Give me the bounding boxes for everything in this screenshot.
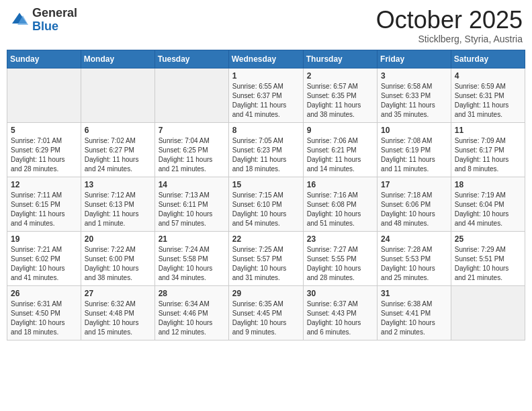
day-number: 19 <box>11 234 77 244</box>
calendar-cell: 2Sunrise: 6:57 AMSunset: 6:35 PMDaylight… <box>303 68 377 122</box>
calendar-cell: 12Sunrise: 7:11 AMSunset: 6:15 PMDayligh… <box>7 177 81 231</box>
calendar-cell: 14Sunrise: 7:13 AMSunset: 6:11 PMDayligh… <box>154 177 228 231</box>
day-header-wednesday: Wednesday <box>228 50 303 68</box>
day-number: 5 <box>11 126 77 135</box>
day-number: 2 <box>307 71 373 81</box>
day-number: 27 <box>85 289 151 298</box>
days-row: SundayMondayTuesdayWednesdayThursdayFrid… <box>7 50 525 68</box>
calendar-cell <box>81 68 154 122</box>
day-number: 14 <box>159 180 225 189</box>
logo-general: General <box>32 7 77 20</box>
calendar-cell: 24Sunrise: 7:28 AMSunset: 5:53 PMDayligh… <box>378 231 451 285</box>
logo-blue: Blue <box>32 20 77 34</box>
calendar-cell: 25Sunrise: 7:29 AMSunset: 5:51 PMDayligh… <box>451 231 525 285</box>
day-number: 25 <box>455 234 521 244</box>
day-number: 31 <box>381 289 447 298</box>
calendar-cell: 3Sunrise: 6:58 AMSunset: 6:33 PMDaylight… <box>378 68 451 122</box>
title-block: October 2025 Sticklberg, Styria, Austria <box>376 7 523 44</box>
calendar-cell <box>451 285 525 340</box>
day-info: Sunrise: 7:02 AMSunset: 6:27 PMDaylight:… <box>85 136 151 174</box>
day-number: 11 <box>455 126 521 135</box>
day-info: Sunrise: 7:24 AMSunset: 5:58 PMDaylight:… <box>159 245 225 283</box>
day-number: 23 <box>307 234 373 244</box>
day-number: 13 <box>85 180 151 189</box>
calendar-cell: 6Sunrise: 7:02 AMSunset: 6:27 PMDaylight… <box>81 122 154 177</box>
day-info: Sunrise: 7:27 AMSunset: 5:55 PMDaylight:… <box>307 245 373 283</box>
day-number: 3 <box>381 71 447 81</box>
calendar-cell: 19Sunrise: 7:21 AMSunset: 6:02 PMDayligh… <box>7 231 81 285</box>
calendar-cell: 30Sunrise: 6:37 AMSunset: 4:43 PMDayligh… <box>303 285 377 340</box>
day-info: Sunrise: 7:08 AMSunset: 6:19 PMDaylight:… <box>381 136 447 174</box>
calendar-cell: 21Sunrise: 7:24 AMSunset: 5:58 PMDayligh… <box>154 231 228 285</box>
day-number: 17 <box>381 180 447 189</box>
day-number: 15 <box>232 180 300 189</box>
day-info: Sunrise: 6:35 AMSunset: 4:45 PMDaylight:… <box>232 300 300 337</box>
week-row-1: 1Sunrise: 6:55 AMSunset: 6:37 PMDaylight… <box>7 68 525 122</box>
calendar-cell: 23Sunrise: 7:27 AMSunset: 5:55 PMDayligh… <box>303 231 377 285</box>
calendar-cell: 15Sunrise: 7:15 AMSunset: 6:10 PMDayligh… <box>228 177 303 231</box>
day-header-monday: Monday <box>81 50 154 68</box>
calendar-cell: 4Sunrise: 6:59 AMSunset: 6:31 PMDaylight… <box>451 68 525 122</box>
day-number: 26 <box>11 289 77 298</box>
calendar-cell: 18Sunrise: 7:19 AMSunset: 6:04 PMDayligh… <box>451 177 525 231</box>
calendar-cell: 11Sunrise: 7:09 AMSunset: 6:17 PMDayligh… <box>451 122 525 177</box>
calendar-body: 1Sunrise: 6:55 AMSunset: 6:37 PMDaylight… <box>7 68 525 340</box>
day-info: Sunrise: 6:55 AMSunset: 6:37 PMDaylight:… <box>232 82 300 120</box>
calendar-cell: 10Sunrise: 7:08 AMSunset: 6:19 PMDayligh… <box>378 122 451 177</box>
calendar-cell <box>7 68 81 122</box>
calendar-cell: 7Sunrise: 7:04 AMSunset: 6:25 PMDaylight… <box>154 122 228 177</box>
day-info: Sunrise: 7:13 AMSunset: 6:11 PMDaylight:… <box>159 191 225 228</box>
day-header-friday: Friday <box>378 50 451 68</box>
day-info: Sunrise: 7:09 AMSunset: 6:17 PMDaylight:… <box>455 136 521 174</box>
week-row-2: 5Sunrise: 7:01 AMSunset: 6:29 PMDaylight… <box>7 122 525 177</box>
day-header-tuesday: Tuesday <box>154 50 228 68</box>
calendar-cell: 17Sunrise: 7:18 AMSunset: 6:06 PMDayligh… <box>378 177 451 231</box>
day-number: 29 <box>232 289 300 298</box>
day-header-saturday: Saturday <box>451 50 525 68</box>
day-info: Sunrise: 6:38 AMSunset: 4:41 PMDaylight:… <box>381 300 447 337</box>
calendar-cell: 1Sunrise: 6:55 AMSunset: 6:37 PMDaylight… <box>228 68 303 122</box>
day-number: 30 <box>307 289 373 298</box>
day-info: Sunrise: 6:59 AMSunset: 6:31 PMDaylight:… <box>455 82 521 120</box>
week-row-4: 19Sunrise: 7:21 AMSunset: 6:02 PMDayligh… <box>7 231 525 285</box>
day-info: Sunrise: 6:31 AMSunset: 4:50 PMDaylight:… <box>11 300 77 337</box>
day-info: Sunrise: 7:18 AMSunset: 6:06 PMDaylight:… <box>381 191 447 228</box>
calendar-cell: 26Sunrise: 6:31 AMSunset: 4:50 PMDayligh… <box>7 285 81 340</box>
day-number: 16 <box>307 180 373 189</box>
day-number: 7 <box>159 126 225 135</box>
logo-icon <box>9 10 30 30</box>
day-info: Sunrise: 6:32 AMSunset: 4:48 PMDaylight:… <box>85 300 151 337</box>
calendar-cell: 5Sunrise: 7:01 AMSunset: 6:29 PMDaylight… <box>7 122 81 177</box>
day-info: Sunrise: 6:37 AMSunset: 4:43 PMDaylight:… <box>307 300 373 337</box>
calendar-cell: 28Sunrise: 6:34 AMSunset: 4:46 PMDayligh… <box>154 285 228 340</box>
day-number: 22 <box>232 234 300 244</box>
calendar-cell: 22Sunrise: 7:25 AMSunset: 5:57 PMDayligh… <box>228 231 303 285</box>
page-header: General Blue October 2025 Sticklberg, St… <box>7 7 525 44</box>
day-info: Sunrise: 6:58 AMSunset: 6:33 PMDaylight:… <box>381 82 447 120</box>
calendar-cell: 20Sunrise: 7:22 AMSunset: 6:00 PMDayligh… <box>81 231 154 285</box>
day-info: Sunrise: 7:04 AMSunset: 6:25 PMDaylight:… <box>159 136 225 174</box>
calendar-cell: 8Sunrise: 7:05 AMSunset: 6:23 PMDaylight… <box>228 122 303 177</box>
day-number: 9 <box>307 126 373 135</box>
day-number: 24 <box>381 234 447 244</box>
calendar-cell: 27Sunrise: 6:32 AMSunset: 4:48 PMDayligh… <box>81 285 154 340</box>
calendar-header: SundayMondayTuesdayWednesdayThursdayFrid… <box>7 50 525 68</box>
day-header-sunday: Sunday <box>7 50 81 68</box>
day-info: Sunrise: 7:06 AMSunset: 6:21 PMDaylight:… <box>307 136 373 174</box>
day-info: Sunrise: 7:25 AMSunset: 5:57 PMDaylight:… <box>232 245 300 283</box>
day-info: Sunrise: 7:22 AMSunset: 6:00 PMDaylight:… <box>85 245 151 283</box>
logo: General Blue <box>9 7 77 34</box>
day-number: 8 <box>232 126 300 135</box>
month-title: October 2025 <box>376 7 523 34</box>
day-info: Sunrise: 7:28 AMSunset: 5:53 PMDaylight:… <box>381 245 447 283</box>
day-header-thursday: Thursday <box>303 50 377 68</box>
day-info: Sunrise: 7:01 AMSunset: 6:29 PMDaylight:… <box>11 136 77 174</box>
day-info: Sunrise: 6:57 AMSunset: 6:35 PMDaylight:… <box>307 82 373 120</box>
day-info: Sunrise: 7:05 AMSunset: 6:23 PMDaylight:… <box>232 136 300 174</box>
day-info: Sunrise: 7:29 AMSunset: 5:51 PMDaylight:… <box>455 245 521 283</box>
calendar-cell: 9Sunrise: 7:06 AMSunset: 6:21 PMDaylight… <box>303 122 377 177</box>
calendar-table: SundayMondayTuesdayWednesdayThursdayFrid… <box>7 50 525 340</box>
day-number: 6 <box>85 126 151 135</box>
day-number: 1 <box>232 71 300 81</box>
calendar-cell: 13Sunrise: 7:12 AMSunset: 6:13 PMDayligh… <box>81 177 154 231</box>
